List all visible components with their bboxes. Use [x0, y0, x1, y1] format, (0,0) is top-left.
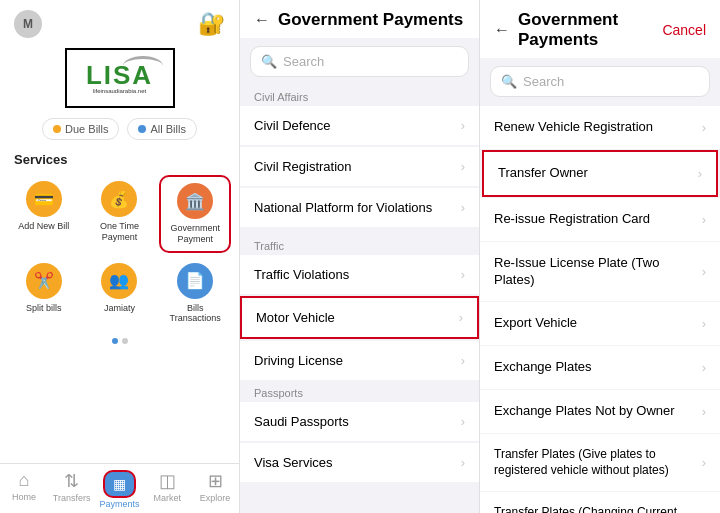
nav-home-label: Home: [12, 492, 36, 502]
chevron-traffic-violations: ›: [461, 267, 465, 282]
mid-item-driving-license[interactable]: Driving License ›: [240, 341, 479, 380]
chevron-driving-license: ›: [461, 353, 465, 368]
civil-affairs-label: Civil Affairs: [240, 85, 479, 105]
visa-services-text: Visa Services: [254, 455, 333, 470]
payments-icon: ▦: [113, 476, 126, 492]
left-panel: M 🔐 LISA lifeinsaudiarabia.net Due Bills…: [0, 0, 240, 513]
lock-icon: 🔐: [198, 11, 225, 37]
nav-transfers-label: Transfers: [53, 493, 91, 503]
nav-home[interactable]: ⌂ Home: [0, 464, 48, 513]
payments-icon-box: ▦: [103, 470, 136, 498]
right-item-reissue-license-plate[interactable]: Re-Issue License Plate (Two Plates) ›: [480, 242, 720, 302]
right-panel-title: Government Payments: [518, 10, 662, 50]
chevron-export-vehicle: ›: [702, 316, 706, 331]
nav-market-label: Market: [154, 493, 182, 503]
nav-explore[interactable]: ⊞ Explore: [191, 464, 239, 513]
dots-indicator: [0, 334, 239, 348]
right-item-transfer-plates-without[interactable]: Transfer Plates (Give plates to register…: [480, 434, 720, 491]
chevron-civil-registration: ›: [461, 159, 465, 174]
service-split-bills[interactable]: ✂️ Split bills: [8, 257, 80, 331]
gov-payment-icon: 🏛️: [177, 183, 213, 219]
split-bills-icon: ✂️: [26, 263, 62, 299]
transfers-icon: ⇅: [64, 470, 79, 492]
right-item-exchange-plates[interactable]: Exchange Plates ›: [480, 346, 720, 389]
civil-registration-text: Civil Registration: [254, 159, 352, 174]
passports-label: Passports: [240, 381, 479, 401]
chevron-exchange-plates-not-owner: ›: [702, 404, 706, 419]
chevron-exchange-plates: ›: [702, 360, 706, 375]
home-icon: ⌂: [18, 470, 29, 491]
chevron-motor-vehicle: ›: [459, 310, 463, 325]
lisa-logo-sub: lifeinsaudiarabia.net: [93, 88, 146, 94]
avatar[interactable]: M: [14, 10, 42, 38]
right-item-transfer-owner[interactable]: Transfer Owner ›: [482, 150, 718, 197]
right-search-placeholder: Search: [523, 74, 564, 89]
motor-vehicle-text: Motor Vehicle: [256, 310, 335, 325]
service-add-new-bill[interactable]: 💳 Add New Bill: [8, 175, 80, 253]
nav-explore-label: Explore: [200, 493, 231, 503]
nav-payments[interactable]: ▦ Payments: [96, 464, 144, 513]
cancel-button[interactable]: Cancel: [662, 22, 706, 38]
right-header-left: ← Government Payments: [494, 10, 662, 50]
one-time-label: One Time Payment: [86, 221, 154, 243]
mid-item-civil-registration[interactable]: Civil Registration ›: [240, 147, 479, 186]
one-time-icon: 💰: [101, 181, 137, 217]
all-bills-label: All Bills: [150, 123, 185, 135]
right-back-arrow[interactable]: ←: [494, 21, 510, 39]
traffic-label: Traffic: [240, 234, 479, 254]
saudi-passports-text: Saudi Passports: [254, 414, 349, 429]
lisa-logo: LISA lifeinsaudiarabia.net: [65, 48, 175, 108]
right-search-bar[interactable]: 🔍 Search: [490, 66, 710, 97]
bill-buttons: Due Bills All Bills: [0, 112, 239, 146]
jamiaty-icon: 👥: [101, 263, 137, 299]
right-item-export-vehicle[interactable]: Export Vehicle ›: [480, 302, 720, 345]
explore-icon: ⊞: [208, 470, 223, 492]
right-item-renew-vehicle[interactable]: Renew Vehicle Registration ›: [480, 106, 720, 149]
right-header: ← Government Payments Cancel: [480, 0, 720, 58]
service-bills-transactions[interactable]: 📄 Bills Transactions: [159, 257, 231, 331]
mid-item-civil-defence[interactable]: Civil Defence ›: [240, 106, 479, 145]
all-bills-button[interactable]: All Bills: [127, 118, 196, 140]
jamiaty-label: Jamiaty: [104, 303, 135, 314]
service-jamiaty[interactable]: 👥 Jamiaty: [84, 257, 156, 331]
mid-item-motor-vehicle[interactable]: Motor Vehicle ›: [240, 296, 479, 339]
mid-item-national-platform[interactable]: National Platform for Violations ›: [240, 188, 479, 227]
nav-market[interactable]: ◫ Market: [143, 464, 191, 513]
traffic-violations-text: Traffic Violations: [254, 267, 349, 282]
exchange-plates-text: Exchange Plates: [494, 359, 592, 376]
mid-search-bar[interactable]: 🔍 Search: [250, 46, 469, 77]
export-vehicle-text: Export Vehicle: [494, 315, 577, 332]
add-bill-icon: 💳: [26, 181, 62, 217]
bills-transactions-icon: 📄: [177, 263, 213, 299]
service-one-time-payment[interactable]: 💰 One Time Payment: [84, 175, 156, 253]
split-bills-label: Split bills: [26, 303, 62, 314]
chevron-saudi-passports: ›: [461, 414, 465, 429]
renew-vehicle-text: Renew Vehicle Registration: [494, 119, 653, 136]
right-item-reissue-reg-card[interactable]: Re-issue Registration Card ›: [480, 198, 720, 241]
due-bills-button[interactable]: Due Bills: [42, 118, 119, 140]
chevron-transfer-plates-without: ›: [702, 455, 706, 470]
market-icon: ◫: [159, 470, 176, 492]
dot-2: [122, 338, 128, 344]
mid-item-saudi-passports[interactable]: Saudi Passports ›: [240, 402, 479, 441]
chevron-renew-vehicle: ›: [702, 120, 706, 135]
mid-item-visa-services[interactable]: Visa Services ›: [240, 443, 479, 482]
right-item-exchange-plates-not-owner[interactable]: Exchange Plates Not by Owner ›: [480, 390, 720, 433]
bills-transactions-label: Bills Transactions: [161, 303, 229, 325]
chevron-reissue-reg-card: ›: [702, 212, 706, 227]
services-heading: Services: [0, 146, 239, 171]
due-bills-label: Due Bills: [65, 123, 108, 135]
mid-back-arrow[interactable]: ←: [254, 11, 270, 29]
mid-item-traffic-violations[interactable]: Traffic Violations ›: [240, 255, 479, 294]
nav-transfers[interactable]: ⇅ Transfers: [48, 464, 96, 513]
left-header: M 🔐: [0, 0, 239, 42]
reissue-reg-card-text: Re-issue Registration Card: [494, 211, 650, 228]
transfer-plates-changing-text: Transfer Plates (Changing Current Vehicl…: [494, 505, 702, 513]
service-government-payment[interactable]: 🏛️ Government Payment: [159, 175, 231, 253]
add-bill-label: Add New Bill: [18, 221, 69, 232]
exchange-plates-not-owner-text: Exchange Plates Not by Owner: [494, 403, 675, 420]
transfer-plates-without-text: Transfer Plates (Give plates to register…: [494, 447, 702, 478]
chevron-reissue-license-plate: ›: [702, 264, 706, 279]
right-item-transfer-plates-changing[interactable]: Transfer Plates (Changing Current Vehicl…: [480, 492, 720, 513]
bottom-nav: ⌂ Home ⇅ Transfers ▦ Payments ◫ Market ⊞…: [0, 463, 239, 513]
